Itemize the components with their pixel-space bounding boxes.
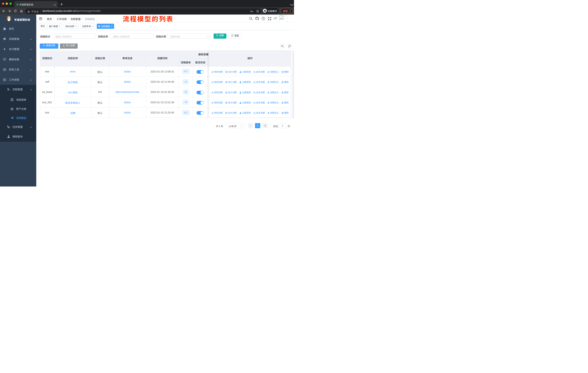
- svg-text:¥: ¥: [4, 48, 5, 51]
